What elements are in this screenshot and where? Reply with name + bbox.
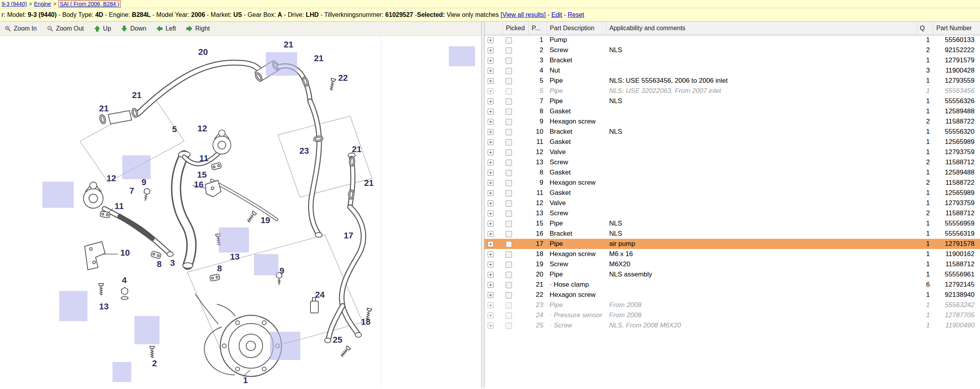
picked-checkbox[interactable] xyxy=(506,221,512,227)
diagram-callout[interactable]: 24 xyxy=(315,290,325,300)
table-row[interactable]: +5PipeNLS: USE 55563456, 2006 to 2006 in… xyxy=(485,76,980,86)
diagram-callout[interactable]: 16 xyxy=(194,180,203,190)
expand-icon[interactable]: + xyxy=(488,231,494,237)
diagram-callout[interactable]: 13 xyxy=(99,302,109,312)
expand-icon[interactable]: + xyxy=(488,170,494,176)
reset-link[interactable]: Reset xyxy=(568,11,584,18)
table-row[interactable]: +4Nut311900428 xyxy=(485,65,980,76)
picked-checkbox[interactable] xyxy=(506,170,512,176)
expand-icon[interactable]: + xyxy=(488,323,494,329)
diagram-callout[interactable]: 21 xyxy=(314,53,323,64)
expand-icon[interactable]: + xyxy=(488,282,494,288)
expand-icon[interactable]: + xyxy=(488,109,494,115)
diagram-callout[interactable]: 13 xyxy=(230,252,240,262)
picked-checkbox[interactable] xyxy=(506,98,512,105)
diagram-callout[interactable]: 18 xyxy=(361,317,370,327)
table-row[interactable]: +10BracketNLS155556320 xyxy=(485,127,980,137)
pan-up-button[interactable]: Up xyxy=(94,25,111,32)
pan-left-button[interactable]: Left xyxy=(156,25,176,32)
picked-checkbox[interactable] xyxy=(506,262,512,268)
diagram-callout[interactable]: 21 xyxy=(284,40,293,50)
table-row[interactable]: +15PipeNLS155556959 xyxy=(485,218,980,229)
picked-checkbox[interactable] xyxy=(506,78,512,84)
diagram-callout[interactable]: 9 xyxy=(142,177,146,187)
table-row[interactable]: +2ScrewNLS292152222 xyxy=(485,45,980,55)
expand-icon[interactable]: + xyxy=(488,68,494,74)
diagram-callout[interactable]: 4 xyxy=(122,275,127,285)
picked-checkbox[interactable] xyxy=(506,251,512,258)
table-row[interactable]: +13Screw211588712 xyxy=(485,157,980,167)
zoom-out-button[interactable]: Zoom Out xyxy=(47,25,84,32)
expand-icon[interactable]: + xyxy=(488,160,494,165)
pan-down-button[interactable]: Down xyxy=(121,25,146,32)
diagram-callout[interactable]: 12 xyxy=(107,173,116,184)
expand-icon[interactable]: + xyxy=(488,313,494,318)
table-row[interactable]: +12Valve112793759 xyxy=(485,198,980,208)
table-row[interactable]: +9Hexagon screw211588722 xyxy=(485,178,980,188)
picked-checkbox[interactable] xyxy=(506,323,512,329)
picked-checkbox[interactable] xyxy=(506,139,512,145)
expand-icon[interactable]: + xyxy=(488,221,494,227)
picked-checkbox[interactable] xyxy=(506,129,512,135)
diagram-callout[interactable]: 8 xyxy=(157,259,162,269)
picked-checkbox[interactable] xyxy=(506,211,512,217)
expand-icon[interactable]: + xyxy=(488,200,494,206)
table-row[interactable]: +22Hexagon screw192138940 xyxy=(485,290,980,300)
table-row[interactable]: +11Gasket112565989 xyxy=(485,137,980,147)
diagram-callout[interactable]: 21 xyxy=(99,104,109,114)
diagram-callout[interactable]: 5 xyxy=(172,124,177,135)
breadcrumb-link-model[interactable]: 9-3 (9440) xyxy=(2,1,27,7)
picked-checkbox[interactable] xyxy=(506,68,512,74)
picked-checkbox[interactable] xyxy=(506,119,512,125)
expand-icon[interactable]: + xyxy=(488,129,494,135)
table-row[interactable]: +20PipeNLS assembly155556961 xyxy=(485,269,980,280)
picked-checkbox[interactable] xyxy=(506,160,512,166)
expand-icon[interactable]: + xyxy=(488,149,494,155)
expand-icon[interactable]: + xyxy=(488,292,494,298)
picked-checkbox[interactable] xyxy=(506,231,512,237)
picked-checkbox[interactable] xyxy=(506,200,512,207)
diagram-callout[interactable]: 17 xyxy=(344,231,353,241)
picked-checkbox[interactable] xyxy=(506,58,512,64)
table-row[interactable]: +7PipeNLS155556326 xyxy=(485,96,980,106)
picked-checkbox[interactable] xyxy=(506,282,512,288)
diagram-callout[interactable]: 21 xyxy=(132,90,142,100)
picked-checkbox[interactable] xyxy=(506,47,512,54)
table-row[interactable]: +3Bracket112791579 xyxy=(485,55,980,65)
diagram-callout[interactable]: 10 xyxy=(120,248,130,258)
table-row[interactable]: +13Screw211588712 xyxy=(485,208,980,218)
table-row[interactable]: +17Pipeair pump112791578 xyxy=(485,239,980,249)
expand-icon[interactable]: + xyxy=(488,37,494,43)
picked-checkbox[interactable] xyxy=(506,292,512,298)
diagram-callout[interactable]: 2 xyxy=(152,358,157,369)
expand-icon[interactable]: + xyxy=(488,58,494,64)
expand-icon[interactable]: + xyxy=(488,241,494,247)
panel-splitter[interactable] xyxy=(481,22,485,388)
table-row[interactable]: +8Gasket112589488 xyxy=(485,167,980,178)
picked-checkbox[interactable] xyxy=(506,302,512,309)
edit-link[interactable]: Edit xyxy=(551,11,562,18)
table-row[interactable]: +25· ScrewNLS, From 2008 M6X20111900490 xyxy=(485,320,980,331)
diagram-callout[interactable]: 9 xyxy=(279,266,284,276)
table-row[interactable]: +1Pump155560133 xyxy=(485,35,980,45)
table-row[interactable]: +9Hexagon screw211588722 xyxy=(485,116,980,127)
diagram-callout[interactable]: 22 xyxy=(338,73,348,83)
expand-icon[interactable]: + xyxy=(488,47,494,53)
diagram-callout[interactable]: 11 xyxy=(114,201,123,211)
expand-icon[interactable]: + xyxy=(488,180,494,186)
picked-checkbox[interactable] xyxy=(506,313,512,319)
view-all-results-link[interactable]: [View all results] xyxy=(501,11,546,18)
picked-checkbox[interactable] xyxy=(506,241,512,247)
picked-checkbox[interactable] xyxy=(506,149,512,156)
table-row[interactable]: +21· Hose clamp612792145 xyxy=(485,280,980,290)
picked-checkbox[interactable] xyxy=(506,109,512,115)
table-row[interactable]: +23PipeFrom 2008155563242 xyxy=(485,300,980,310)
diagram-callout[interactable]: 23 xyxy=(299,146,309,156)
expand-icon[interactable]: + xyxy=(488,78,494,84)
table-row[interactable]: +8Gasket112589488 xyxy=(485,106,980,116)
diagram-callout[interactable]: 11 xyxy=(199,153,208,164)
expand-icon[interactable]: + xyxy=(488,190,494,196)
diagram-callout[interactable]: 8 xyxy=(217,264,222,274)
diagram-viewport[interactable]: 2021212221215122321129111516217111917108… xyxy=(0,36,481,388)
diagram-callout[interactable]: 7 xyxy=(129,186,134,196)
